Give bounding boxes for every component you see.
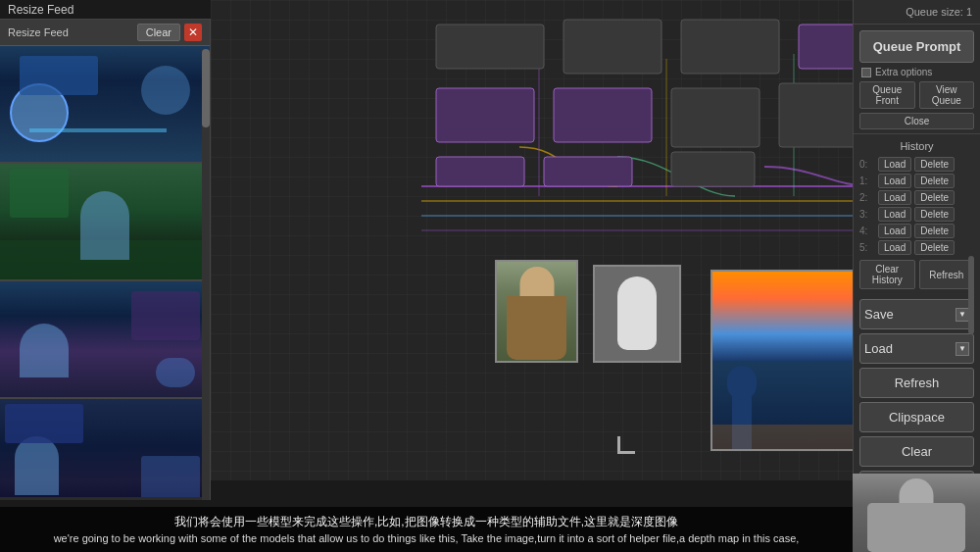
left-panel-controls: Clear ✕ <box>137 24 202 41</box>
close-row-button[interactable]: Close <box>859 113 974 129</box>
history-row-0: 0: Load Delete <box>854 156 980 173</box>
load-button-row[interactable]: Load ▼ <box>859 333 974 364</box>
extra-options-label: Extra options <box>875 67 932 77</box>
extra-options-buttons: Queue Front View Queue <box>854 81 980 113</box>
history-load-2[interactable]: Load <box>878 190 911 205</box>
svg-rect-21 <box>544 157 632 186</box>
history-footer: Clear History Refresh <box>854 256 980 293</box>
history-delete-0[interactable]: Delete <box>914 157 955 172</box>
save-label: Save <box>864 307 894 322</box>
queue-prompt-button[interactable]: Queue Prompt <box>859 30 974 63</box>
history-section: History 0: Load Delete 1: Load Delete 2:… <box>854 133 980 297</box>
queue-size: Queue size: 1 <box>854 0 980 25</box>
history-num-3: 3: <box>859 209 875 220</box>
close-btn-row: Close <box>854 113 980 133</box>
clear-history-button[interactable]: Clear History <box>859 260 915 289</box>
refresh-history-button[interactable]: Refresh <box>919 260 975 289</box>
save-button-row[interactable]: Save ▼ <box>859 299 974 329</box>
thumbnail-4 <box>0 399 210 497</box>
svg-rect-8 <box>436 25 544 69</box>
history-row-3: 3: Load Delete <box>854 206 980 223</box>
clear-button[interactable]: Clear <box>859 436 974 467</box>
clipspace-button[interactable]: Clipspace <box>859 402 974 432</box>
subtitle-bar: 我们将会使用一些模型来完成这些操作,比如,把图像转换成一种类型的辅助文件,这里就… <box>0 507 853 553</box>
history-num-2: 2: <box>859 192 875 203</box>
thumbnail-2 <box>0 164 210 281</box>
close-button[interactable]: ✕ <box>184 24 202 41</box>
load-dropdown-arrow[interactable]: ▼ <box>956 342 969 356</box>
history-delete-5[interactable]: Delete <box>914 240 955 255</box>
save-dropdown-arrow[interactable]: ▼ <box>956 308 969 322</box>
history-row-4: 4: Load Delete <box>854 223 980 239</box>
history-delete-1[interactable]: Delete <box>914 174 955 188</box>
queue-front-button[interactable]: Queue Front <box>859 81 915 109</box>
extra-options-toggle[interactable] <box>861 68 871 77</box>
svg-rect-22 <box>671 152 755 186</box>
history-delete-2[interactable]: Delete <box>914 190 955 205</box>
scifi-node-1[interactable] <box>710 270 858 451</box>
left-panel-scrollbar[interactable] <box>202 49 210 500</box>
svg-rect-20 <box>436 157 524 186</box>
subtitle-zh: 我们将会使用一些模型来完成这些操作,比如,把图像转换成一种类型的辅助文件,这里就… <box>10 513 843 530</box>
top-bar-title: Resize Feed <box>8 3 74 17</box>
history-load-3[interactable]: Load <box>878 207 911 222</box>
view-queue-button[interactable]: View Queue <box>919 81 975 109</box>
load-label: Load <box>864 341 893 356</box>
left-panel-header: Resize Feed Clear ✕ <box>0 20 210 46</box>
thumbnail-1 <box>0 46 210 164</box>
history-num-4: 4: <box>859 226 875 236</box>
svg-rect-9 <box>564 20 662 74</box>
history-delete-3[interactable]: Delete <box>914 207 955 222</box>
thumbnail-3 <box>0 281 210 399</box>
bottom-figure <box>853 474 980 552</box>
history-scrollbar[interactable] <box>968 256 974 334</box>
white-figure-node[interactable] <box>593 265 681 363</box>
svg-rect-10 <box>681 20 779 74</box>
history-num-1: 1: <box>859 176 875 186</box>
left-panel: Resize Feed Clear ✕ <box>0 20 211 500</box>
right-panel: Queue size: 1 Queue Prompt Extra options… <box>853 0 980 552</box>
svg-rect-14 <box>436 88 534 142</box>
history-delete-4[interactable]: Delete <box>914 224 955 238</box>
extra-options-row: Extra options <box>854 63 980 81</box>
history-load-1[interactable]: Load <box>878 174 911 188</box>
mona-lisa-node[interactable] <box>495 260 578 363</box>
history-num-5: 5: <box>859 242 875 253</box>
history-row-1: 1: Load Delete <box>854 173 980 189</box>
refresh-button[interactable]: Refresh <box>859 368 974 398</box>
node-graph[interactable] <box>211 0 853 480</box>
subtitle-en: we're going to be working with some of t… <box>10 530 843 547</box>
history-load-5[interactable]: Load <box>878 240 911 255</box>
history-load-4[interactable]: Load <box>878 224 911 238</box>
thumbnails <box>0 46 210 497</box>
history-load-0[interactable]: Load <box>878 157 911 172</box>
history-num-0: 0: <box>859 159 875 170</box>
svg-rect-15 <box>554 88 652 142</box>
corner-bracket <box>617 436 635 454</box>
left-panel-title: Resize Feed <box>8 26 69 38</box>
clear-button[interactable]: Clear <box>137 24 180 41</box>
svg-rect-16 <box>671 88 760 147</box>
history-title: History <box>854 138 980 156</box>
history-row-2: 2: Load Delete <box>854 189 980 206</box>
history-row-5: 5: Load Delete <box>854 239 980 256</box>
